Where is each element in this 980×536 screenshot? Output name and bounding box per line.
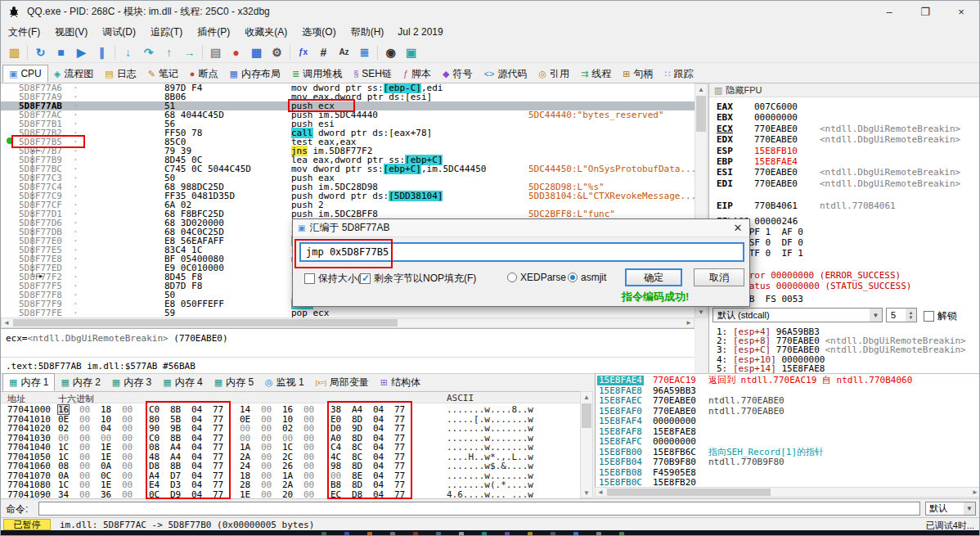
dump-byte[interactable]: 1A — [240, 443, 250, 452]
dump-byte[interactable]: 00 — [303, 424, 314, 433]
register-row[interactable]: EIP770B4061ntdll.770B4061 — [709, 200, 980, 211]
argument-row[interactable]: 5: [esp+14] 15E8FAE8 — [717, 364, 825, 373]
stack-row[interactable]: 15E8FAF400000000 — [596, 417, 980, 426]
unlock-checkbox[interactable]: 解锁 — [924, 309, 957, 323]
checkbox-checked-icon[interactable] — [360, 273, 371, 284]
tab-流程图[interactable]: ◈流程图 — [48, 65, 99, 83]
dump-byte[interactable]: 00 — [303, 471, 314, 480]
tab-SEH链[interactable]: §SEH链 — [348, 65, 398, 83]
open-file-icon[interactable]: ▥ — [4, 43, 25, 61]
taskbar-app-icon[interactable] — [321, 532, 326, 536]
menu-item-2[interactable]: 调试(D) — [95, 22, 143, 43]
settings-icon[interactable]: ⚙ — [267, 43, 287, 61]
dump-byte[interactable]: 00 — [122, 471, 133, 480]
minimize-button[interactable]: – — [871, 1, 907, 22]
dump-byte[interactable]: 2A — [240, 453, 250, 462]
dump-byte[interactable]: 00 — [122, 443, 133, 452]
dump-byte[interactable]: 00 — [261, 490, 272, 499]
dump-row[interactable]: 7704103000000000C08B047700000000A08D0477… — [1, 434, 580, 443]
disasm-scrollbar-horizontal[interactable]: ◄ ► — [1, 318, 695, 328]
dump-byte[interactable]: 00 — [79, 443, 90, 452]
dump-byte[interactable]: 1C — [58, 480, 69, 489]
step-out-icon[interactable]: ↑ — [159, 43, 179, 61]
taskbar-app-icon[interactable] — [482, 532, 487, 536]
disasm-row[interactable]: 5D8F77FE·59pop ecx — [1, 309, 695, 318]
scroll-left-icon[interactable]: ◄ — [596, 488, 605, 497]
calling-convention-select[interactable]: 默认 (stdcall) ▼ — [713, 308, 883, 322]
taskbar-app-icon[interactable] — [573, 532, 578, 536]
dialog-title-bar[interactable]: ▣ 汇编于 5D8F77AB ✕ — [293, 219, 749, 237]
dump-byte[interactable]: 00 — [122, 405, 133, 414]
dump-byte[interactable]: 00 — [122, 490, 133, 499]
dump-byte[interactable]: 1E — [101, 480, 111, 489]
list-icon[interactable]: ≣ — [354, 43, 375, 61]
checkbox-icon[interactable] — [924, 311, 934, 322]
dump-byte[interactable]: 1E — [101, 453, 111, 462]
scroll-right-icon[interactable]: ► — [970, 488, 980, 497]
dump-byte[interactable]: 00 — [79, 453, 90, 462]
dump-row[interactable]: 7704106008000A00D88B047724002600988D0477… — [1, 462, 580, 471]
tab-调用堆栈[interactable]: ≣调用堆栈 — [286, 65, 348, 83]
dump-byte[interactable]: 00 — [261, 480, 272, 489]
dump-byte[interactable]: 00 — [261, 424, 272, 433]
menu-item-1[interactable]: 视图(V) — [47, 22, 95, 43]
ok-button[interactable]: 确定 — [625, 268, 682, 286]
dump-byte[interactable]: 26 — [282, 462, 293, 471]
stack-row[interactable]: 15E8FAF0770EABE0ntdll.770EABE0 — [596, 407, 980, 417]
bottom-tab-结构体[interactable]: ⊞结构体 — [375, 373, 426, 391]
memory-map-icon[interactable]: ▦ — [246, 43, 267, 61]
dump-byte[interactable]: 24 — [240, 462, 250, 471]
stack-row[interactable]: 15E8FB04770B9F80ntdll.770B9F80 — [596, 457, 980, 467]
font-icon[interactable]: Az — [334, 43, 354, 61]
dump-byte[interactable]: 18 — [101, 405, 111, 414]
dump-byte[interactable]: 20 — [282, 490, 293, 499]
tab-句柄[interactable]: ⊞句柄 — [617, 65, 659, 83]
dump-byte[interactable]: 00 — [303, 462, 314, 471]
dump-byte[interactable]: 00 — [261, 453, 272, 462]
maximize-button[interactable]: ❐ — [907, 1, 943, 22]
dump-row[interactable]: 7704102002000400909B047700000200D09D0477… — [1, 424, 580, 433]
run-until-icon[interactable]: → — [179, 43, 200, 61]
dump-byte[interactable]: 00 — [79, 490, 90, 499]
taskbar-app-icon[interactable] — [459, 532, 464, 536]
tab-断点[interactable]: ●断点 — [184, 65, 224, 83]
register-row[interactable] — [709, 189, 980, 200]
disasm-row[interactable]: 5D8F77BC·C745 0C 5044C45Dmov dword ptr s… — [1, 164, 695, 173]
memory-dump-panel[interactable]: 地址 十六进制 ASCII 7704100016001800C08B047714… — [1, 391, 580, 498]
scroll-up-icon[interactable]: ▲ — [581, 392, 592, 402]
dump-byte[interactable]: 00 — [303, 480, 314, 489]
dump-row[interactable]: 770410700A000C00A4D7047718001A00008E0477… — [1, 471, 580, 480]
dump-byte[interactable]: 00 — [122, 480, 133, 489]
bottom-tab-内存 4[interactable]: ▦内存 4 — [157, 373, 208, 391]
dump-byte[interactable]: 16 — [58, 405, 69, 414]
stop-icon[interactable]: ■ — [51, 43, 71, 61]
cancel-button[interactable]: 取消 — [694, 268, 744, 286]
menu-item-0[interactable]: 文件(F) — [1, 22, 47, 43]
register-row[interactable]: ESP15E8FB10 — [709, 146, 980, 156]
dump-byte[interactable]: 10 — [101, 415, 111, 424]
tab-符号[interactable]: ◆符号 — [437, 65, 478, 83]
calculator-icon[interactable]: ƒx — [293, 43, 313, 61]
dump-byte[interactable]: 00 — [261, 405, 272, 414]
scroll-down-icon[interactable]: ▼ — [581, 488, 592, 498]
dump-byte[interactable]: 00 — [261, 462, 272, 471]
stack-row[interactable]: 15E8FB0015E8FB6C指向SEH_Record[1]的指针 — [596, 448, 980, 457]
register-row[interactable]: EAX007C6000 — [709, 101, 980, 112]
dump-byte[interactable]: 0E — [240, 415, 250, 424]
scroll-left-icon[interactable]: ◄ — [2, 318, 11, 327]
tab-引用[interactable]: ◎引用 — [533, 65, 575, 83]
menu-item-3[interactable]: 追踪(T) — [143, 22, 190, 43]
close-button[interactable]: × — [943, 1, 979, 22]
dialog-close-icon[interactable]: ✕ — [726, 219, 749, 237]
dump-byte[interactable]: 00 — [79, 424, 90, 433]
taskbar-app-icon[interactable] — [619, 532, 624, 536]
dump-byte[interactable]: 00 — [79, 434, 90, 443]
stack-row[interactable]: 15E8FAE4770EAC19返回到 ntdll.770EAC19 自 ntd… — [596, 376, 980, 385]
dump-byte[interactable]: 1C — [58, 453, 69, 462]
dump-byte[interactable]: 00 — [261, 471, 272, 480]
taskbar-app-icon[interactable] — [551, 532, 555, 536]
tab-日志[interactable]: ▤日志 — [99, 65, 142, 83]
arg-count-stepper[interactable]: 5 ▲▼ — [886, 308, 917, 322]
register-row[interactable]: EDX770EABE0<ntdll.DbgUiRemoteBreakin> — [709, 134, 980, 145]
dump-byte[interactable]: 0C — [101, 471, 111, 480]
